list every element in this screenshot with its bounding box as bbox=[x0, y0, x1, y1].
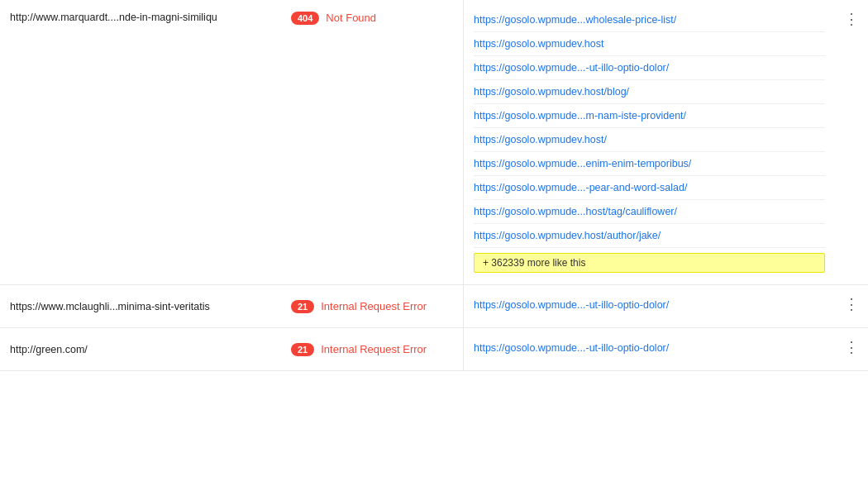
referrers-cell: https://gosolo.wpmude...wholesale-price-… bbox=[463, 0, 835, 284]
table-row: http://green.com/21Internal Request Erro… bbox=[0, 328, 868, 371]
status-label: Internal Request Error bbox=[321, 300, 427, 312]
status-label: Internal Request Error bbox=[321, 343, 427, 355]
url-text[interactable]: https://www.mclaughli...minima-sint-veri… bbox=[10, 301, 210, 312]
more-badge[interactable]: + 362339 more like this bbox=[474, 253, 825, 273]
referrer-link[interactable]: https://gosolo.wpmude...-pear-and-word-s… bbox=[474, 176, 825, 200]
status-cell: 21Internal Request Error bbox=[281, 285, 463, 327]
referrer-link[interactable]: https://gosolo.wpmude...enim-enim-tempor… bbox=[474, 152, 825, 176]
more-options-icon[interactable]: ⋮ bbox=[844, 12, 859, 26]
referrer-link[interactable]: https://gosolo.wpmude...m-nam-iste-provi… bbox=[474, 104, 825, 128]
table-row: https://www.mclaughli...minima-sint-veri… bbox=[0, 285, 868, 328]
referrer-link[interactable]: https://gosolo.wpmudev.host bbox=[474, 32, 825, 56]
url-text[interactable]: http://www.marquardt....nde-in-magni-sim… bbox=[10, 12, 217, 23]
status-badge: 21 bbox=[291, 300, 314, 313]
table-row: http://www.marquardt....nde-in-magni-sim… bbox=[0, 0, 868, 285]
url-cell: https://www.mclaughli...minima-sint-veri… bbox=[0, 285, 281, 327]
referrer-link[interactable]: https://gosolo.wpmude...wholesale-price-… bbox=[474, 8, 825, 32]
referrer-link[interactable]: https://gosolo.wpmude...-ut-illo-optio-d… bbox=[474, 293, 825, 317]
main-table: http://www.marquardt....nde-in-magni-sim… bbox=[0, 0, 868, 486]
url-cell: http://green.com/ bbox=[0, 328, 281, 370]
more-options-icon[interactable]: ⋮ bbox=[844, 297, 859, 312]
status-cell: 404Not Found bbox=[281, 0, 463, 36]
actions-cell: ⋮ bbox=[835, 328, 868, 370]
referrer-link[interactable]: https://gosolo.wpmudev.host/author/jake/ bbox=[474, 224, 825, 248]
referrer-link[interactable]: https://gosolo.wpmudev.host/ bbox=[474, 128, 825, 152]
status-badge: 404 bbox=[291, 12, 319, 25]
referrer-link[interactable]: https://gosolo.wpmude...-ut-illo-optio-d… bbox=[474, 336, 825, 360]
referrers-cell: https://gosolo.wpmude...-ut-illo-optio-d… bbox=[463, 285, 835, 327]
status-badge: 21 bbox=[291, 343, 314, 356]
referrer-link[interactable]: https://gosolo.wpmude...-ut-illo-optio-d… bbox=[474, 56, 825, 80]
actions-cell: ⋮ bbox=[835, 0, 868, 26]
url-text[interactable]: http://green.com/ bbox=[10, 344, 88, 355]
actions-cell: ⋮ bbox=[835, 285, 868, 327]
status-label: Not Found bbox=[326, 12, 376, 24]
status-cell: 21Internal Request Error bbox=[281, 328, 463, 370]
referrers-cell: https://gosolo.wpmude...-ut-illo-optio-d… bbox=[463, 328, 835, 370]
referrer-link[interactable]: https://gosolo.wpmudev.host/blog/ bbox=[474, 80, 825, 104]
more-options-icon[interactable]: ⋮ bbox=[844, 340, 859, 355]
referrer-link[interactable]: https://gosolo.wpmude...host/tag/caulifl… bbox=[474, 200, 825, 224]
url-cell: http://www.marquardt....nde-in-magni-sim… bbox=[0, 0, 281, 35]
